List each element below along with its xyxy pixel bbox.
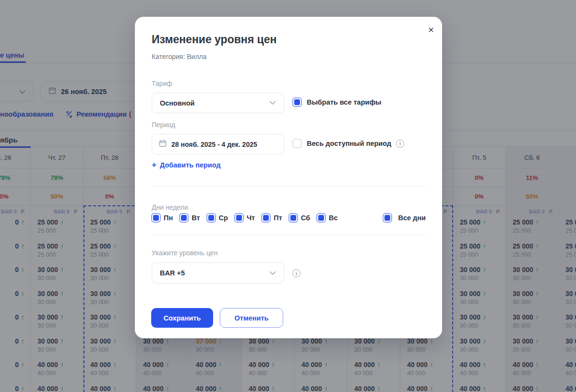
checkbox-checked-mark	[208, 215, 214, 221]
modal-title: Изменение уровня цен	[152, 33, 276, 46]
modal-category: Категория: Вилла	[152, 53, 207, 60]
info-icon[interactable]: i	[292, 269, 300, 277]
checkbox-checked-mark	[263, 215, 269, 221]
day-сб-label: Сб	[301, 214, 310, 222]
checkbox-checked-mark	[181, 215, 187, 221]
all-period-label: Весь доступный период	[307, 140, 391, 147]
modal-divider	[152, 235, 425, 235]
day-пн: Пн	[151, 213, 173, 223]
day-пн-label: Пн	[164, 214, 173, 222]
day-вс-label: Вс	[329, 214, 338, 222]
modal-divider	[152, 186, 425, 187]
tariff-select-value: Основной	[160, 99, 194, 107]
day-вс-checkbox[interactable]	[316, 213, 326, 223]
checkbox-checked-mark	[290, 215, 296, 221]
day-ср-label: Ср	[219, 214, 228, 222]
period-range-value: 28 нояб. 2025 - 4 дек. 2025	[171, 141, 257, 148]
day-вт-label: Вт	[192, 214, 200, 222]
price-level-value: BAR +5	[160, 269, 185, 277]
all-period-row: Весь доступный период i	[292, 139, 404, 148]
day-пт-label: Пт	[274, 214, 282, 222]
checkbox-checked-mark	[384, 215, 390, 221]
tariff-label: Тариф	[152, 80, 172, 87]
chevron-down-icon	[269, 101, 276, 105]
period-range-input[interactable]: 28 нояб. 2025 - 4 дек. 2025	[152, 134, 284, 154]
day-вс: Вс	[316, 213, 338, 223]
tariff-select[interactable]: Основной	[152, 93, 284, 113]
all-period-checkbox[interactable]	[292, 139, 302, 148]
select-all-tariffs-checkbox[interactable]	[292, 97, 302, 107]
day-пн-checkbox[interactable]	[151, 213, 161, 223]
weekdays-label: Дни недели	[152, 203, 188, 211]
all-days-label: Все дни	[398, 214, 426, 222]
day-чт-checkbox[interactable]	[234, 213, 244, 223]
day-пт-checkbox[interactable]	[261, 213, 271, 223]
price-level-label: Укажите уровень цен	[152, 249, 217, 257]
price-level-select[interactable]: BAR +5	[152, 262, 284, 284]
cancel-button[interactable]: Отменить	[220, 308, 283, 328]
add-period-link[interactable]: + Добавить период	[152, 160, 221, 170]
close-icon[interactable]: ✕	[425, 24, 437, 36]
save-button[interactable]: Сохранить	[151, 308, 213, 328]
checkbox-checked-mark	[236, 215, 242, 221]
app-root: е цены 26 нояб. 2025 нообразования Реком…	[0, 0, 576, 392]
checkbox-checked-mark	[153, 215, 159, 221]
chevron-down-icon	[269, 271, 276, 275]
day-ср: Ср	[206, 213, 228, 223]
day-вт-checkbox[interactable]	[179, 213, 189, 223]
checkbox-checked-mark	[318, 215, 324, 221]
weekdays-row: ПнВтСрЧтПтСбВсВсе дни	[151, 213, 426, 223]
add-period-label: Добавить период	[160, 161, 221, 169]
checkbox-checked-mark	[294, 99, 300, 105]
info-icon[interactable]: i	[396, 140, 404, 148]
plus-icon: +	[152, 160, 156, 170]
period-label: Период	[152, 121, 175, 129]
day-сб: Сб	[288, 213, 310, 223]
select-all-tariffs-label: Выбрать все тарифы	[307, 98, 382, 106]
day-пт: Пт	[261, 213, 282, 223]
all-days-checkbox[interactable]	[383, 213, 392, 223]
day-чт-label: Чт	[247, 214, 255, 222]
calendar-icon	[159, 140, 167, 149]
price-level-modal: ✕ Изменение уровня цен Категория: Вилла …	[135, 17, 442, 338]
all-days: Все дни	[383, 213, 426, 223]
day-сб-checkbox[interactable]	[288, 213, 298, 223]
day-вт: Вт	[179, 213, 200, 223]
select-all-tariffs-row: Выбрать все тарифы	[292, 97, 382, 107]
day-чт: Чт	[234, 213, 255, 223]
day-ср-checkbox[interactable]	[206, 213, 216, 223]
